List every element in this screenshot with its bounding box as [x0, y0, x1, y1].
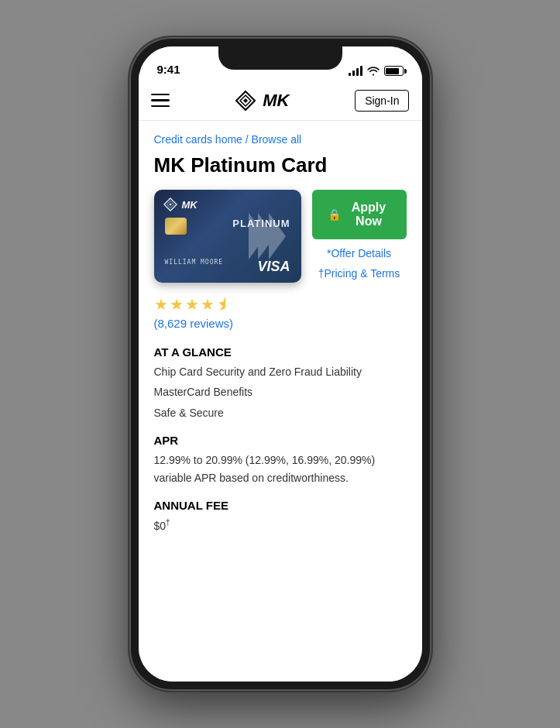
svg-marker-2 [243, 98, 248, 103]
wifi-icon [367, 67, 380, 76]
phone-frame: 9:41 [129, 37, 431, 691]
star-3: ★ [185, 295, 199, 314]
reviews-link[interactable]: (8,629 reviews) [154, 317, 407, 330]
content-area: Credit cards home / Browse all MK Platin… [139, 121, 422, 682]
offer-details-link[interactable]: *Offer Details [327, 247, 391, 259]
card-platinum-label: PLATINUM [232, 218, 290, 229]
credit-card-image: MK PLATINUM WILLIAM MOORE VISA [154, 190, 301, 283]
status-time: 9:41 [157, 63, 180, 76]
nav-bar: MK Sign-In [139, 81, 422, 121]
card-logo-area: MK [163, 197, 198, 211]
svg-marker-5 [169, 203, 172, 206]
at-a-glance-item-1: Chip Card Security and Zero Fraud Liabil… [154, 363, 407, 380]
notch [218, 46, 342, 70]
star-5-half: ⯨ [216, 296, 232, 314]
at-a-glance-item-2: MasterCard Benefits [154, 383, 407, 400]
annual-fee-text: $0† [154, 517, 407, 534]
card-cardholder-name: WILLIAM MOORE [165, 259, 224, 266]
star-4: ★ [201, 295, 215, 314]
star-1: ★ [154, 295, 168, 314]
star-2: ★ [170, 295, 184, 314]
apr-text: 12.99% to 20.99% (12.99%, 16.99%, 20.99%… [154, 452, 407, 486]
battery-icon [384, 66, 404, 76]
hamburger-menu[interactable] [151, 94, 170, 108]
card-logo-diamond-icon [163, 197, 177, 211]
annual-fee-heading: ANNUAL FEE [154, 499, 407, 512]
card-chip [165, 218, 187, 235]
at-a-glance-heading: AT A GLANCE [154, 345, 407, 359]
breadcrumb-home-link[interactable]: Credit cards home [154, 133, 242, 146]
card-network-logo: VISA [257, 259, 290, 275]
apply-section: 🔒 Apply Now *Offer Details †Pricing & Te… [312, 190, 407, 280]
signal-bars-icon [349, 67, 362, 76]
at-a-glance-section: AT A GLANCE Chip Card Security and Zero … [154, 345, 407, 421]
apr-section: APR 12.99% to 20.99% (12.99%, 16.99%, 20… [154, 434, 407, 486]
pricing-terms-link[interactable]: †Pricing & Terms [318, 267, 400, 280]
phone-outer: 9:41 [0, 0, 560, 728]
nav-logo-text: MK [263, 91, 289, 111]
card-logo-text: MK [182, 199, 198, 211]
apply-now-button[interactable]: 🔒 Apply Now [312, 190, 407, 239]
lock-icon: 🔒 [328, 208, 341, 221]
apr-heading: APR [154, 434, 407, 447]
at-a-glance-item-3: Safe & Secure [154, 404, 407, 421]
annual-fee-superscript: † [166, 518, 170, 527]
breadcrumb: Credit cards home / Browse all [154, 133, 407, 146]
card-apply-row: MK PLATINUM WILLIAM MOORE VISA [154, 190, 407, 283]
page-title: MK Platinum Card [154, 153, 407, 177]
nav-logo: MK [235, 90, 289, 112]
annual-fee-section: ANNUAL FEE $0† [154, 499, 407, 534]
breadcrumb-separator: / [242, 133, 252, 146]
phone-screen: 9:41 [139, 46, 422, 682]
logo-diamond-icon [235, 90, 256, 112]
rating-stars: ★ ★ ★ ★ ⯨ [154, 295, 407, 314]
breadcrumb-browse-link[interactable]: Browse all [252, 133, 302, 146]
sign-in-button[interactable]: Sign-In [355, 90, 409, 112]
status-icons [349, 66, 404, 76]
